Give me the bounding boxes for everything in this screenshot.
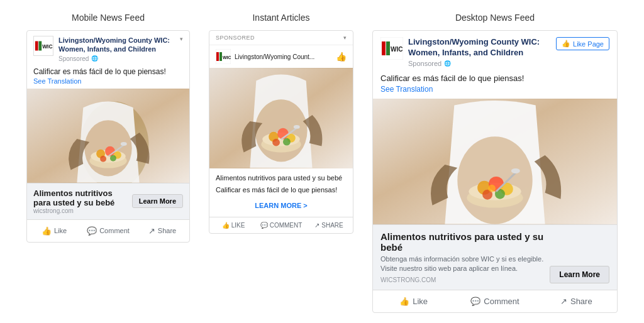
desktop-comment-label: Comment xyxy=(484,297,519,306)
instant-desc-line1: Alimentos nutritivos para usted y su beb… xyxy=(216,173,347,183)
instant-wic-logo: WIC xyxy=(216,49,231,64)
desktop-ad-image xyxy=(373,99,617,224)
instant-comment-button[interactable]: 💬 COMMENT xyxy=(257,220,305,231)
svg-rect-33 xyxy=(386,41,390,55)
desktop-cta-headline: Alimentos nutritivos para usted y su beb… xyxy=(380,231,543,253)
svg-rect-2 xyxy=(39,41,42,51)
instant-chevron-icon[interactable]: ▾ xyxy=(343,35,347,41)
svg-rect-18 xyxy=(219,52,222,61)
mobile-section: Mobile News Feed WIC Livingston/Wyoming … xyxy=(26,13,190,243)
svg-point-27 xyxy=(272,139,280,146)
desktop-sponsored-text: Sponsored xyxy=(408,60,441,67)
desktop-like-page-label: Like Page xyxy=(573,40,604,48)
desktop-like-page-button[interactable]: 👍 Like Page xyxy=(556,37,609,50)
instant-page-name: Livingston/Wyoming Count... xyxy=(235,53,332,60)
instant-like-label: LIKE xyxy=(231,222,245,229)
mobile-learn-more-button[interactable]: Learn More xyxy=(132,194,183,208)
instant-share-button[interactable]: ↗ SHARE xyxy=(305,220,353,231)
mobile-card-header: WIC Livingston/Wyoming County WIC: Women… xyxy=(27,31,189,65)
instant-share-label: SHARE xyxy=(321,222,343,229)
mobile-cta-bar: Alimentos nutritivos para usted y su beb… xyxy=(27,183,189,219)
svg-point-44 xyxy=(488,185,496,192)
chevron-down-icon[interactable]: ▾ xyxy=(180,36,183,42)
desktop-globe-icon: 🌐 xyxy=(444,60,451,67)
mobile-action-bar: 👍 Like 💬 Comment ↗ Share xyxy=(27,219,189,242)
share-icon: ↗ xyxy=(148,226,155,236)
desktop-share-icon: ↗ xyxy=(560,297,567,306)
instant-share-arrow-icon: ↗ xyxy=(314,222,319,229)
instant-section: Instant Articles SPONSORED ▾ WIC Livings… xyxy=(209,13,353,234)
mobile-cta-headline: Alimentos nutritivos para usted y su beb… xyxy=(33,189,132,207)
desktop-learn-more-button[interactable]: Learn More xyxy=(550,266,609,283)
mobile-see-translation[interactable]: See Translation xyxy=(33,77,183,85)
desktop-cta-bar: Alimentos nutritivos para usted y su beb… xyxy=(373,224,617,290)
mobile-comment-button[interactable]: 💬 Comment xyxy=(81,224,135,238)
desktop-wic-logo: WIC xyxy=(380,37,403,60)
desktop-cta-url: WICSTRONG.COM xyxy=(380,276,543,283)
svg-point-12 xyxy=(100,155,106,162)
desktop-like-page-thumb-icon: 👍 xyxy=(562,40,570,48)
desktop-post-text: Calificar es más fácil de lo que piensas… xyxy=(380,74,609,83)
desktop-sponsored-row: Sponsored 🌐 xyxy=(408,60,551,67)
wic-logo: WIC xyxy=(33,36,53,56)
svg-rect-1 xyxy=(35,41,38,51)
mobile-post-body: Calificar es más fácil de lo que piensas… xyxy=(27,65,189,89)
mobile-card: WIC Livingston/Wyoming County WIC: Women… xyxy=(26,30,190,243)
svg-rect-17 xyxy=(216,52,219,61)
mobile-page-name: Livingston/Wyoming County WIC: Women, In… xyxy=(58,36,175,54)
mobile-sponsored-text: Sponsored xyxy=(58,55,89,62)
mobile-header-info: Livingston/Wyoming County WIC: Women, In… xyxy=(58,36,175,62)
desktop-share-button[interactable]: ↗ Share xyxy=(536,294,617,309)
instant-like-button[interactable]: 👍 LIKE xyxy=(209,220,257,231)
desktop-card-header: WIC Livingston/Wyoming County WIC: Women… xyxy=(373,31,617,71)
instant-card: SPONSORED ▾ WIC Livingston/Wyoming Count… xyxy=(209,30,353,234)
svg-rect-32 xyxy=(382,41,386,55)
svg-point-46 xyxy=(511,168,520,173)
mobile-cta-url: wicstrong.com xyxy=(33,207,132,214)
mobile-post-text: Calificar es más fácil de lo que piensas… xyxy=(33,67,183,76)
instant-like-thumb-icon: 👍 xyxy=(222,222,230,229)
desktop-section: Desktop News Feed WIC Livingston/Wyoming… xyxy=(372,13,618,313)
desktop-see-translation[interactable]: See Translation xyxy=(380,85,609,94)
instant-desc-line2: Calificar es más fácil de lo que piensas… xyxy=(216,185,347,195)
instant-sponsored-label: SPONSORED xyxy=(216,35,343,41)
desktop-cta-desc: Obtenga más información sobre WIC y si e… xyxy=(380,255,543,274)
instant-ad-image xyxy=(209,68,353,168)
svg-text:WIC: WIC xyxy=(223,55,231,60)
mobile-like-button[interactable]: 👍 Like xyxy=(27,224,81,238)
desktop-section-title: Desktop News Feed xyxy=(455,13,535,23)
globe-icon: 🌐 xyxy=(91,55,98,62)
desktop-comment-icon: 💬 xyxy=(470,297,480,306)
desktop-action-bar: 👍 Like 💬 Comment ↗ Share xyxy=(373,290,617,312)
instant-header: SPONSORED ▾ xyxy=(209,31,353,45)
mobile-share-button[interactable]: ↗ Share xyxy=(135,224,189,238)
svg-text:WIC: WIC xyxy=(42,43,52,50)
svg-point-15 xyxy=(121,142,127,146)
like-icon: 👍 xyxy=(42,226,52,236)
desktop-header-info: Livingston/Wyoming County WIC: Women, In… xyxy=(408,37,551,67)
desktop-share-label: Share xyxy=(570,297,592,306)
desktop-cta-text: Alimentos nutritivos para usted y su beb… xyxy=(380,231,543,283)
desktop-like-label: Like xyxy=(413,297,428,306)
mobile-cta-text-block: Alimentos nutritivos para usted y su beb… xyxy=(33,189,132,214)
mobile-section-title: Mobile News Feed xyxy=(72,13,145,23)
mobile-ad-image xyxy=(27,89,189,183)
desktop-card: WIC Livingston/Wyoming County WIC: Women… xyxy=(372,30,618,313)
instant-learn-more-link[interactable]: LEARN MORE > xyxy=(216,198,347,212)
comment-icon: 💬 xyxy=(87,226,97,236)
main-container: Mobile News Feed WIC Livingston/Wyoming … xyxy=(13,13,631,313)
desktop-like-icon: 👍 xyxy=(399,297,409,306)
svg-point-13 xyxy=(110,155,116,161)
instant-like-icon[interactable]: 👍 xyxy=(336,52,347,62)
instant-section-title: Instant Articles xyxy=(252,13,309,23)
instant-page-row: WIC Livingston/Wyoming Count... 👍 xyxy=(209,45,353,68)
desktop-comment-button[interactable]: 💬 Comment xyxy=(454,294,535,309)
instant-comment-bubble-icon: 💬 xyxy=(260,222,268,229)
desktop-page-name: Livingston/Wyoming County WIC: Women, In… xyxy=(408,37,551,58)
desktop-like-button[interactable]: 👍 Like xyxy=(373,294,454,309)
desktop-post-body: Calificar es más fácil de lo que piensas… xyxy=(373,71,617,99)
instant-action-bar: 👍 LIKE 💬 COMMENT ↗ SHARE xyxy=(209,217,353,233)
svg-text:WIC: WIC xyxy=(391,46,402,53)
svg-point-30 xyxy=(294,125,300,129)
instant-comment-label: COMMENT xyxy=(270,222,303,229)
